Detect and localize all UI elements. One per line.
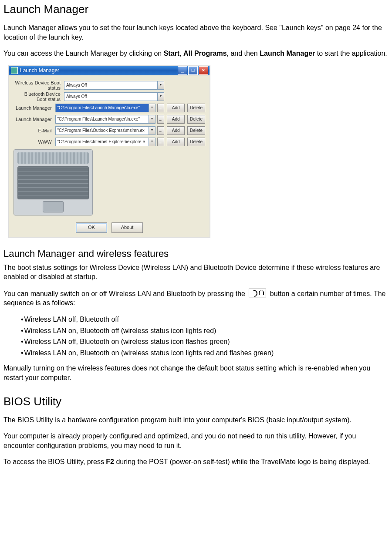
add-button[interactable]: Add <box>167 115 185 124</box>
row-label: Launch Manager <box>14 105 55 111</box>
text: You can manually switch on or off Wirele… <box>3 290 247 297</box>
list-item: Wireless LAN off, Bluetooth on (wireless… <box>21 337 389 347</box>
add-button[interactable]: Add <box>167 126 185 135</box>
heading-bios: BIOS Utility <box>3 394 389 409</box>
sequence-list: Wireless LAN off, Bluetooth off Wireless… <box>3 315 389 357</box>
browse-button[interactable]: ... <box>157 104 165 112</box>
bluetooth-boot-combo[interactable]: Always Off <box>64 92 164 101</box>
menu-launch-manager: Launch Manager <box>260 50 315 57</box>
window-body: Wireless Device Boot status Always Off B… <box>9 75 210 237</box>
text: , and then <box>227 50 260 57</box>
row-label: Wireless Device Boot status <box>14 80 64 91</box>
para-bios-3: To access the BIOS Utility, press F2 dur… <box>3 457 389 467</box>
add-button[interactable]: Add <box>167 138 185 146</box>
browse-button[interactable]: ... <box>157 138 165 146</box>
para-bios-2: Your computer is already properly config… <box>3 431 389 450</box>
launch-key-2-combo[interactable]: "C:\Program Files\Launch Manager\ln.exe" <box>55 115 155 124</box>
delete-button[interactable]: Delete <box>187 138 205 146</box>
browse-button[interactable]: ... <box>157 126 165 135</box>
add-button[interactable]: Add <box>167 104 185 112</box>
delete-button[interactable]: Delete <box>187 104 205 112</box>
app-icon <box>11 67 18 74</box>
para-switch: You can manually switch on or off Wirele… <box>3 289 389 308</box>
ok-button[interactable]: OK <box>76 222 107 233</box>
para-note: Manually turning on the wireless feature… <box>3 364 389 382</box>
launch-key-1-combo[interactable]: "C:\Program Files\Launch Manager\ln.exe" <box>55 104 155 112</box>
browse-button[interactable]: ... <box>157 115 165 124</box>
heading-wireless: Launch Manager and wireless features <box>3 247 389 260</box>
window-title: Launch Manager <box>20 67 59 74</box>
delete-button[interactable]: Delete <box>187 126 205 135</box>
row-label: Bluetooth Device Boot status <box>14 91 64 102</box>
key-f2: F2 <box>106 458 114 465</box>
titlebar[interactable]: Launch Manager _ □ × <box>9 66 210 75</box>
minimize-button[interactable]: _ <box>178 66 187 75</box>
launch-manager-window: Launch Manager _ □ × Wireless Device Boo… <box>9 65 210 238</box>
delete-button[interactable]: Delete <box>187 115 205 124</box>
text: to start the application. <box>315 50 387 57</box>
about-button[interactable]: About <box>112 222 143 233</box>
close-button[interactable]: × <box>199 66 208 75</box>
text: , <box>179 50 183 57</box>
list-item: Wireless LAN on, Bluetooth on (wireless … <box>21 348 389 358</box>
heading-launch-manager: Launch Manager <box>3 2 389 17</box>
row-label: E-Mail <box>14 128 55 133</box>
row-label: Launch Manager <box>14 117 55 122</box>
wireless-boot-combo[interactable]: Always Off <box>64 81 164 90</box>
text: To access the BIOS Utility, press <box>3 458 106 465</box>
menu-start: Start <box>164 50 179 57</box>
text: You can access the Launch Manager by cli… <box>3 50 164 57</box>
para-boot-status: The boot status settings for Wireless De… <box>3 263 389 282</box>
para-bios-1: The BIOS Utility is a hardware configura… <box>3 415 389 425</box>
keyboard-diagram <box>14 149 93 215</box>
email-combo[interactable]: "C:\Program Files\Outlook Express\msimn.… <box>55 126 155 135</box>
www-combo[interactable]: "C:\Program Files\Internet Explorer\iexp… <box>55 138 155 146</box>
menu-all-programs: All Programs <box>183 50 227 57</box>
row-label: WWW <box>14 139 55 145</box>
para-intro: Launch Manager allows you to set the fou… <box>3 23 389 42</box>
wireless-button-icon <box>249 289 266 297</box>
list-item: Wireless LAN off, Bluetooth off <box>21 315 389 324</box>
maximize-button[interactable]: □ <box>188 66 198 75</box>
list-item: Wireless LAN on, Bluetooth off (wireless… <box>21 326 389 336</box>
text: during the POST (power-on self-test) whi… <box>114 458 370 465</box>
para-access: You can access the Launch Manager by cli… <box>3 49 389 58</box>
